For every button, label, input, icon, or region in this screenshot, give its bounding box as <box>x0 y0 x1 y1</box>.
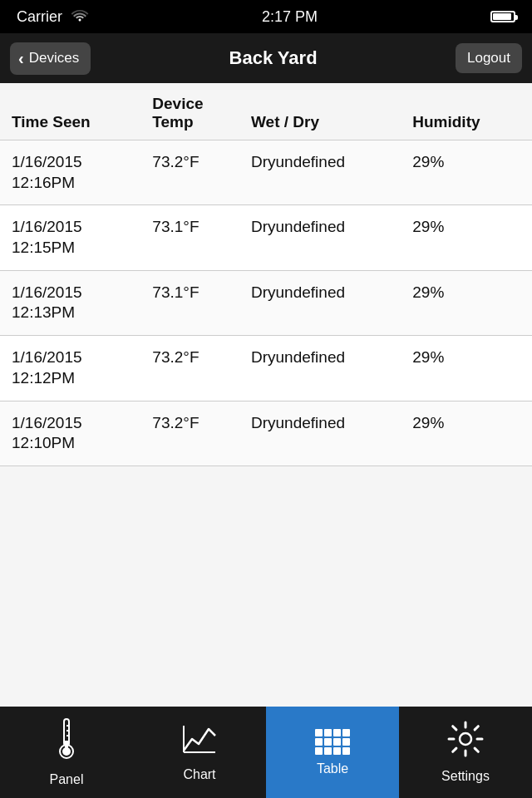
cell-time: 1/16/201512:10PM <box>0 401 144 466</box>
grid-icon <box>315 729 350 755</box>
cell-time: 1/16/201512:15PM <box>0 205 144 270</box>
col-time-seen: Time Seen <box>0 83 144 140</box>
table-row: 1/16/201512:16PM73.2°FDryundefined29% <box>0 140 532 205</box>
svg-point-9 <box>460 733 471 745</box>
table-row: 1/16/201512:10PM73.2°FDryundefined29% <box>0 401 532 466</box>
cell-wet-dry: Dryundefined <box>243 140 404 205</box>
tab-chart-label: Chart <box>183 767 215 782</box>
cell-humidity: 29% <box>404 336 532 401</box>
cell-humidity: 29% <box>404 140 532 205</box>
cell-wet-dry: Dryundefined <box>243 401 404 466</box>
cell-wet-dry: Dryundefined <box>243 336 404 401</box>
status-bar: Carrier 2:17 PM <box>0 0 532 33</box>
cell-device-temp: 73.2°F <box>144 140 243 205</box>
tab-chart[interactable]: Chart <box>133 707 266 798</box>
tab-settings[interactable]: Settings <box>399 707 532 798</box>
carrier-label: Carrier <box>17 8 62 26</box>
logout-button[interactable]: Logout <box>456 43 522 73</box>
cell-time: 1/16/201512:13PM <box>0 270 144 335</box>
status-left: Carrier <box>17 8 89 26</box>
cell-wet-dry: Dryundefined <box>243 270 404 335</box>
col-device-temp: DeviceTemp <box>144 83 243 140</box>
cell-humidity: 29% <box>404 205 532 270</box>
chart-icon <box>180 722 219 761</box>
cell-humidity: 29% <box>404 270 532 335</box>
cell-wet-dry: Dryundefined <box>243 205 404 270</box>
gear-icon <box>447 721 484 762</box>
page-title: Back Yard <box>229 47 318 69</box>
cell-device-temp: 73.1°F <box>144 270 243 335</box>
cell-device-temp: 73.1°F <box>144 205 243 270</box>
col-wet-dry: Wet / Dry <box>243 83 404 140</box>
logout-label: Logout <box>467 50 510 66</box>
tab-panel-label: Panel <box>50 772 84 787</box>
thermometer-icon <box>54 717 79 766</box>
cell-humidity: 29% <box>404 401 532 466</box>
svg-line-16 <box>453 748 456 751</box>
tab-bar: Panel Chart Table <box>0 707 532 798</box>
tab-table-label: Table <box>317 761 348 776</box>
data-table: Time Seen DeviceTemp Wet / Dry Humidity … <box>0 83 532 466</box>
time-label: 2:17 PM <box>262 8 318 26</box>
table-container: Time Seen DeviceTemp Wet / Dry Humidity … <box>0 83 532 707</box>
col-humidity: Humidity <box>404 83 532 140</box>
cell-device-temp: 73.2°F <box>144 401 243 466</box>
table-row: 1/16/201512:13PM73.1°FDryundefined29% <box>0 270 532 335</box>
svg-point-6 <box>62 747 71 756</box>
tab-settings-label: Settings <box>441 769 490 784</box>
table-row: 1/16/201512:12PM73.2°FDryundefined29% <box>0 336 532 401</box>
tab-table[interactable]: Table <box>266 707 399 798</box>
table-header-row: Time Seen DeviceTemp Wet / Dry Humidity <box>0 83 532 140</box>
tab-panel[interactable]: Panel <box>0 707 133 798</box>
svg-line-15 <box>475 748 478 751</box>
nav-bar: ‹ Devices Back Yard Logout <box>0 33 532 83</box>
cell-time: 1/16/201512:12PM <box>0 336 144 401</box>
table-row: 1/16/201512:15PM73.1°FDryundefined29% <box>0 205 532 270</box>
svg-line-17 <box>475 727 478 730</box>
wifi-icon <box>71 8 89 25</box>
chevron-left-icon: ‹ <box>18 49 24 68</box>
back-button[interactable]: ‹ Devices <box>10 42 91 75</box>
svg-line-14 <box>453 727 456 730</box>
cell-device-temp: 73.2°F <box>144 336 243 401</box>
battery-icon <box>490 11 515 22</box>
cell-time: 1/16/201512:16PM <box>0 140 144 205</box>
back-label: Devices <box>29 50 79 66</box>
